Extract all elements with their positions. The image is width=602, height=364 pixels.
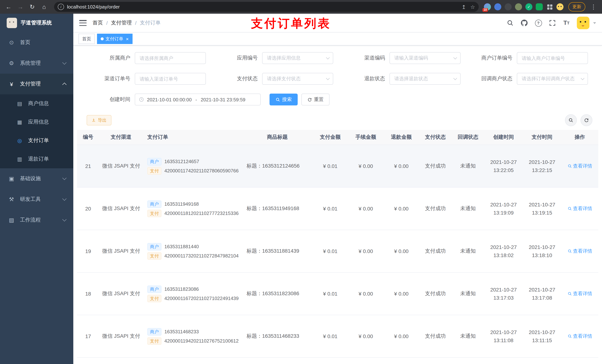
hamburger-icon[interactable] xyxy=(79,20,87,26)
chevron-down-icon xyxy=(453,56,457,59)
notify-status-select[interactable]: 请选择订单回调商户状态 xyxy=(517,73,588,85)
merchant-tag: 商户 xyxy=(147,328,161,335)
app-id-select[interactable]: 请选择应用信息 xyxy=(262,52,333,64)
merchant-tag: 商户 xyxy=(147,158,161,165)
column-header: 支付金额 xyxy=(312,130,348,145)
create-time-range-picker[interactable]: 2021-10-01 00:00:00 - 2021-10-31 23:59:5… xyxy=(135,94,261,105)
sidebar-item-devtools[interactable]: ⚒ 研发工具 xyxy=(0,189,73,210)
font-size-icon[interactable]: TT xyxy=(563,19,570,27)
refresh-icon xyxy=(584,118,589,123)
user-avatar[interactable] xyxy=(577,17,589,29)
sidebar-item-infra[interactable]: ▣ 基础设施 xyxy=(0,168,73,189)
extension-icon-2[interactable] xyxy=(494,3,501,10)
browser-home-icon[interactable]: ⌂ xyxy=(39,2,49,12)
search-icon xyxy=(567,249,572,253)
cell-id: 19 xyxy=(77,230,99,272)
site-info-icon[interactable]: i xyxy=(58,4,64,10)
sidebar-item-merchant-info[interactable]: ▤ 商户信息 xyxy=(0,94,73,113)
grid-icon: ▦ xyxy=(16,119,23,125)
export-button[interactable]: 导出 xyxy=(87,115,111,125)
cell-fee: ¥ 0.00 xyxy=(348,272,384,315)
tools-icon: ⚒ xyxy=(8,196,15,203)
cell-channel: 微信 JSAPI 支付 xyxy=(99,145,143,187)
extensions-puzzle-icon[interactable] xyxy=(546,3,553,10)
refresh-table-button[interactable] xyxy=(580,114,592,126)
pay-status-select[interactable]: 请选择支付状态 xyxy=(262,73,333,85)
merchant-order-no: 1635312124657 xyxy=(164,159,199,164)
app-logo[interactable]: 芋道管理系统 xyxy=(0,14,73,32)
refund-status-select[interactable]: 请选择退款状态 xyxy=(389,73,461,85)
close-tab-icon[interactable]: × xyxy=(126,36,129,41)
cell-actions xyxy=(561,357,598,364)
extension-icon-4[interactable] xyxy=(515,3,522,10)
filter-label: 应用编号 xyxy=(214,55,258,62)
merchant-order-no-input[interactable] xyxy=(517,52,588,64)
column-header: 支付状态 xyxy=(419,130,452,145)
view-detail-link[interactable]: 查看详情 xyxy=(567,333,592,340)
profile-avatar-icon[interactable] xyxy=(557,3,563,10)
cell-fee: ¥ 0.00 xyxy=(348,145,384,187)
cell-channel: 微信 JSAPI 支付 xyxy=(99,315,143,357)
merchant-order-line: 商户 1635311881440 xyxy=(147,243,239,250)
toggle-search-button[interactable] xyxy=(565,114,577,126)
browser-forward-icon[interactable]: → xyxy=(16,2,25,12)
cell-actions: 查看详情 xyxy=(561,315,598,357)
cell-amount xyxy=(312,357,348,364)
sidebar-item-system[interactable]: ⚙ 系统管理 xyxy=(0,53,73,74)
cell-id: 20 xyxy=(77,187,99,230)
merchant-order-line: 商户 1635311823086 xyxy=(147,285,239,293)
fullscreen-icon[interactable] xyxy=(549,19,556,27)
sidebar-item-workflow[interactable]: ▨ 工作流程 xyxy=(0,210,73,230)
search-icon[interactable] xyxy=(506,19,514,27)
merchant-order-no: 1635311823086 xyxy=(164,286,199,292)
search-button[interactable]: 搜索 xyxy=(269,94,298,105)
cell-refund xyxy=(384,357,419,364)
extension-icon-6[interactable] xyxy=(536,3,543,10)
view-detail-link[interactable]: 查看详情 xyxy=(567,290,592,297)
cell-create-time: 2021-10-27 13:11:08 xyxy=(484,315,523,357)
column-header: 操作 xyxy=(561,130,598,145)
navbar-actions: ? TT xyxy=(506,17,596,29)
bookmark-star-icon[interactable]: ☆ xyxy=(470,4,475,10)
sidebar-item-label: 首页 xyxy=(20,39,30,46)
merchant-order-line: 商户 1635311468233 xyxy=(147,328,239,335)
channel-order-no-input[interactable] xyxy=(135,73,206,85)
browser-reload-icon[interactable]: ↻ xyxy=(27,2,37,12)
breadcrumb-home[interactable]: 首页 xyxy=(93,20,103,26)
title-value: 1635312124656 xyxy=(262,163,300,169)
github-icon[interactable] xyxy=(521,19,528,27)
extension-badge: 10 xyxy=(483,8,488,12)
channel-code-select[interactable]: 请输入渠道编码 xyxy=(389,52,461,64)
extension-icon-3[interactable] xyxy=(505,3,512,10)
column-header: 支付时间 xyxy=(523,130,561,145)
extension-icon-5[interactable]: ✓ xyxy=(525,3,532,10)
sidebar-item-refund-order[interactable]: ▥ 退款订单 xyxy=(0,150,73,168)
channel-order-no: 4200001194202110276752100612 xyxy=(164,338,239,344)
browser-back-icon[interactable]: ← xyxy=(4,2,13,12)
avatar-caret-icon[interactable] xyxy=(593,22,596,24)
sidebar-item-payment[interactable]: ¥ 支付管理 xyxy=(0,74,73,94)
monitor-icon: ▣ xyxy=(8,175,15,182)
tab-home[interactable]: 首页 xyxy=(78,34,95,44)
tab-pay-order[interactable]: 支付订单 × xyxy=(97,34,132,44)
cell-pay-order: 商户 1635311468233 支付 42000011942021102767… xyxy=(143,315,242,357)
extension-icon-1[interactable]: 10 xyxy=(484,3,491,10)
share-icon[interactable]: ↥ xyxy=(462,4,466,10)
view-detail-link[interactable]: 查看详情 xyxy=(567,205,592,212)
address-bar[interactable]: i localhost:1024/pay/order ↥ ☆ xyxy=(54,2,479,12)
column-header: 手续金额 xyxy=(348,130,384,145)
sidebar-item-home[interactable]: ⊙ 首页 xyxy=(0,32,73,53)
pay-order-line: 支付 4200001194202110276752100612 xyxy=(147,337,239,344)
breadcrumb-payment[interactable]: 支付管理 xyxy=(111,20,132,26)
help-icon[interactable]: ? xyxy=(535,19,542,27)
browser-update-button[interactable]: 更新 xyxy=(568,2,585,11)
sidebar-item-app-info[interactable]: ▦ 应用信息 xyxy=(0,113,73,131)
view-detail-link[interactable]: 查看详情 xyxy=(567,248,592,254)
merchant-filter-input[interactable] xyxy=(135,52,206,64)
reset-button[interactable]: 重置 xyxy=(301,94,330,105)
browser-menu-icon[interactable]: ⋮ xyxy=(589,2,598,12)
sidebar-item-pay-order[interactable]: ◎ 支付订单 xyxy=(0,131,73,150)
cell-amount: ¥ 0.01 xyxy=(312,315,348,357)
cell-pay-time xyxy=(523,357,561,364)
view-detail-link[interactable]: 查看详情 xyxy=(567,163,592,169)
